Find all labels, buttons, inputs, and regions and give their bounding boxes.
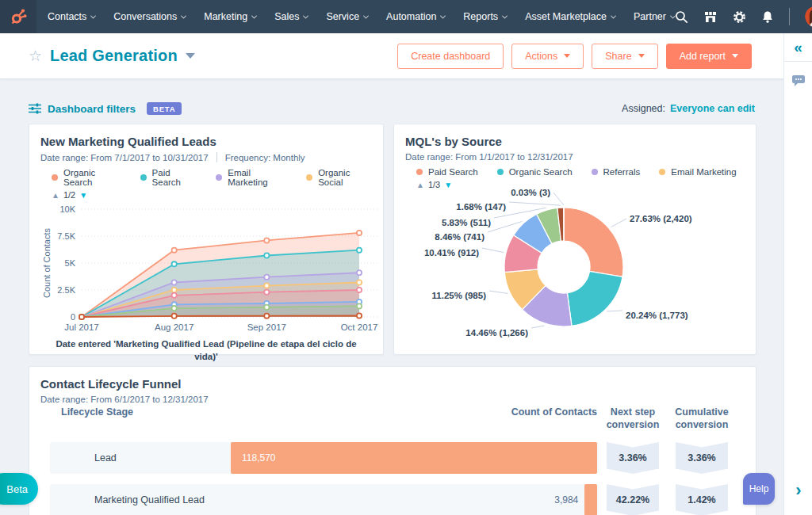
next-step-conversion-chip: 42.22% [607, 484, 659, 515]
data-point-marker[interactable] [172, 261, 177, 266]
notifications-bell-icon[interactable] [761, 10, 774, 24]
data-point-marker[interactable] [357, 303, 362, 308]
caret-down-icon [564, 54, 570, 58]
donut-chart[interactable]: 27.63% (2,420)20.24% (1,773)14.46% (1,26… [394, 124, 757, 356]
nav-item-label: Marketing [204, 11, 247, 22]
y-tick-label: 5K [65, 258, 76, 268]
nav-item-label: Asset Marketplace [525, 11, 607, 22]
share-button[interactable]: Share [592, 44, 657, 69]
nav-item-label: Contacts [48, 11, 86, 22]
legend-item[interactable]: Paid Search [140, 168, 197, 187]
nav-item-marketing[interactable]: Marketing [204, 11, 256, 22]
beta-pill-button[interactable]: Beta [0, 473, 38, 505]
nav-item-automation[interactable]: Automation [386, 11, 445, 22]
chart-legend: Organic SearchPaid SearchEmail Marketing… [52, 168, 372, 187]
data-point-marker[interactable] [357, 313, 362, 318]
data-point-marker[interactable] [357, 288, 362, 292]
nav-item-service[interactable]: Service [326, 11, 368, 22]
stage-label: Marketing Qualified Lead [94, 484, 205, 515]
count-value: 118,570 [232, 442, 276, 474]
chevron-down-icon [90, 13, 96, 18]
data-point-marker[interactable] [264, 275, 269, 280]
legend-item[interactable]: Organic Search [52, 168, 121, 187]
chevron-down-icon [303, 13, 308, 18]
label-leader-line [553, 193, 564, 205]
legend-item[interactable]: Organic Social [306, 168, 372, 187]
nav-item-asset-marketplace[interactable]: Asset Marketplace [525, 11, 615, 22]
data-point-marker[interactable] [172, 248, 177, 253]
next-chevron-icon[interactable]: › [784, 480, 812, 501]
data-point-marker[interactable] [172, 293, 177, 298]
legend-label: Paid Search [152, 168, 197, 187]
actions-button[interactable]: Actions [511, 44, 584, 69]
y-axis-title: Count of Contacts [42, 227, 52, 298]
data-point-marker[interactable] [357, 248, 362, 253]
nav-item-label: Sales [274, 11, 299, 22]
next-step-conversion-chip: 3.36% [607, 442, 659, 474]
nav-item-contacts[interactable]: Contacts [48, 11, 95, 22]
assigned-value-link[interactable]: Everyone can edit [670, 103, 755, 114]
legend-page-down-icon[interactable]: ▼ [79, 191, 87, 200]
favorite-star-icon[interactable]: ☆ [29, 48, 42, 63]
help-button[interactable]: Help [743, 473, 775, 505]
add-report-label: Add report [680, 51, 726, 62]
data-point-marker[interactable] [172, 288, 177, 292]
chevron-down-icon [251, 13, 257, 18]
data-point-marker[interactable] [264, 238, 269, 242]
legend-page-up-icon[interactable]: ▲ [52, 191, 59, 200]
nav-item-conversations[interactable]: Conversations [113, 11, 186, 22]
date-range-label: Date range: From 7/1/2017 to 10/31/2017 [40, 153, 209, 162]
funnel-bar[interactable] [584, 484, 597, 515]
nav-item-label: Conversations [113, 11, 177, 22]
data-point-marker[interactable] [357, 280, 362, 284]
dashboard-switcher-caret-icon[interactable] [186, 53, 195, 59]
nav-item-sales[interactable]: Sales [274, 11, 308, 22]
nav-utilities [675, 6, 812, 27]
data-point-marker[interactable] [79, 315, 84, 319]
dashboard-filters-toggle[interactable]: Dashboard filters BETA [29, 102, 182, 115]
report-title: New Marketing Qualified Leads [40, 135, 372, 148]
slice-data-label: 27.63% (2,420) [630, 214, 692, 223]
data-point-marker[interactable] [264, 305, 269, 310]
slice-data-label: 1.68% (147) [456, 202, 506, 212]
slice-data-label: 14.46% (1,266) [465, 328, 528, 338]
funnel-row-lead: Lead 118,570 3.36% 3.36% [29, 442, 757, 474]
data-point-marker[interactable] [172, 306, 177, 311]
count-value: 3,984 [505, 484, 578, 515]
nav-item-label: Service [326, 11, 359, 22]
nav-item-reports[interactable]: Reports [463, 11, 507, 22]
label-leader-line [489, 291, 508, 293]
search-icon[interactable] [675, 10, 688, 24]
nav-item-partner[interactable]: Partner [634, 11, 675, 22]
data-point-marker[interactable] [172, 280, 177, 284]
create-dashboard-button[interactable]: Create dashboard [397, 44, 504, 69]
add-report-button[interactable]: Add report [666, 44, 752, 69]
donut-slice[interactable] [564, 208, 623, 277]
report-card-mqls-by-source: MQL's by Source Date range: From 1/1/201… [393, 124, 756, 355]
legend-dot-icon [52, 174, 58, 181]
data-point-marker[interactable] [264, 290, 269, 295]
data-point-marker[interactable] [357, 270, 362, 275]
caret-down-icon [638, 54, 645, 58]
funnel-bar[interactable] [231, 442, 597, 474]
frequency-label: Frequency: Monthly [225, 153, 305, 162]
area-chart[interactable]: 02.5K5K7.5K10KJul 2017Aug 2017Sep 2017Oc… [40, 201, 372, 338]
data-point-marker[interactable] [357, 231, 362, 235]
nav-item-label: Automation [386, 11, 436, 22]
settings-gear-icon[interactable] [733, 10, 746, 24]
beta-badge: BETA [147, 102, 182, 115]
data-point-marker[interactable] [264, 283, 269, 288]
legend-item[interactable]: Email Marketing [216, 168, 287, 187]
collapse-panel-icon[interactable]: « [784, 33, 812, 62]
nav-item-label: Partner [634, 11, 666, 22]
legend-page-indicator: 1/2 [63, 190, 75, 200]
donut-slice[interactable] [567, 271, 622, 326]
data-point-marker[interactable] [264, 314, 269, 319]
data-point-marker[interactable] [172, 314, 177, 319]
data-point-marker[interactable] [264, 253, 269, 258]
marketplace-icon[interactable] [703, 10, 718, 24]
hubspot-logo[interactable] [0, 0, 36, 33]
chevron-down-icon [502, 13, 508, 18]
comments-icon[interactable] [784, 74, 812, 87]
user-avatar[interactable] [805, 6, 812, 27]
